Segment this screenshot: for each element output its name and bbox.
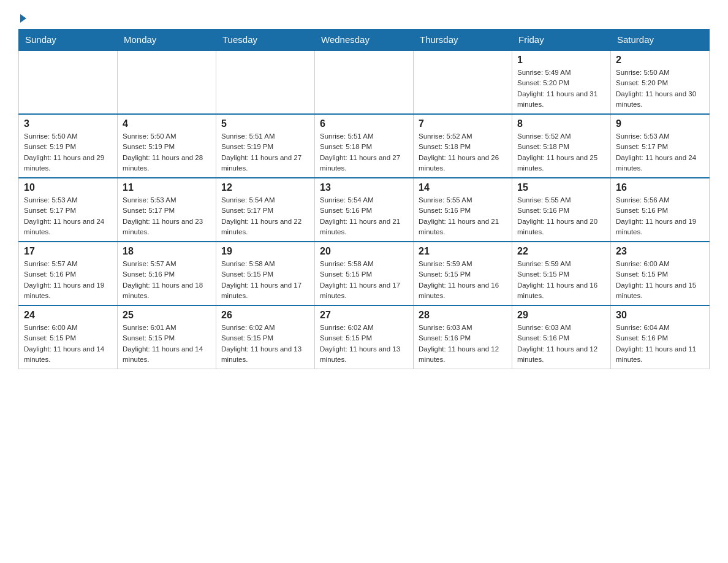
calendar-cell: 29Sunrise: 6:03 AMSunset: 5:16 PMDayligh… — [512, 305, 611, 369]
day-number: 26 — [221, 310, 309, 321]
day-number: 13 — [320, 182, 408, 193]
day-number: 14 — [419, 182, 507, 193]
week-row-1: 3Sunrise: 5:50 AMSunset: 5:19 PMDaylight… — [19, 114, 710, 178]
day-info: Sunrise: 5:50 AMSunset: 5:20 PMDaylight:… — [616, 67, 704, 110]
day-number: 20 — [320, 246, 408, 257]
week-row-3: 17Sunrise: 5:57 AMSunset: 5:16 PMDayligh… — [19, 242, 710, 305]
day-number: 16 — [616, 182, 704, 193]
day-number: 29 — [517, 310, 605, 321]
day-info: Sunrise: 5:59 AMSunset: 5:15 PMDaylight:… — [517, 259, 605, 301]
calendar-cell: 14Sunrise: 5:55 AMSunset: 5:16 PMDayligh… — [414, 178, 512, 242]
day-number: 22 — [517, 246, 605, 257]
calendar-cell: 5Sunrise: 5:51 AMSunset: 5:19 PMDaylight… — [216, 114, 315, 178]
day-number: 7 — [419, 118, 507, 129]
day-number: 8 — [517, 118, 605, 129]
day-info: Sunrise: 6:01 AMSunset: 5:15 PMDaylight:… — [123, 323, 211, 365]
calendar-cell: 17Sunrise: 5:57 AMSunset: 5:16 PMDayligh… — [19, 242, 118, 305]
day-number: 1 — [517, 55, 605, 66]
day-info: Sunrise: 6:04 AMSunset: 5:16 PMDaylight:… — [616, 323, 704, 365]
calendar-cell: 19Sunrise: 5:58 AMSunset: 5:15 PMDayligh… — [216, 242, 315, 305]
day-info: Sunrise: 5:49 AMSunset: 5:20 PMDaylight:… — [517, 67, 605, 110]
calendar-cell: 8Sunrise: 5:52 AMSunset: 5:18 PMDaylight… — [512, 114, 611, 178]
week-row-0: 1Sunrise: 5:49 AMSunset: 5:20 PMDaylight… — [19, 50, 710, 114]
day-number: 19 — [221, 246, 309, 257]
day-info: Sunrise: 6:02 AMSunset: 5:15 PMDaylight:… — [320, 323, 408, 365]
day-number: 21 — [419, 246, 507, 257]
calendar-cell: 24Sunrise: 6:00 AMSunset: 5:15 PMDayligh… — [19, 305, 118, 369]
day-info: Sunrise: 5:57 AMSunset: 5:16 PMDaylight:… — [123, 259, 211, 301]
day-number: 5 — [221, 118, 309, 129]
day-info: Sunrise: 5:52 AMSunset: 5:18 PMDaylight:… — [517, 131, 605, 174]
day-info: Sunrise: 5:54 AMSunset: 5:16 PMDaylight:… — [320, 195, 408, 237]
day-info: Sunrise: 6:00 AMSunset: 5:15 PMDaylight:… — [24, 323, 112, 365]
calendar-cell: 25Sunrise: 6:01 AMSunset: 5:15 PMDayligh… — [118, 305, 216, 369]
day-info: Sunrise: 5:59 AMSunset: 5:15 PMDaylight:… — [419, 259, 507, 301]
day-info: Sunrise: 6:03 AMSunset: 5:16 PMDaylight:… — [419, 323, 507, 365]
day-number: 24 — [24, 310, 112, 321]
day-number: 10 — [24, 182, 112, 193]
week-row-2: 10Sunrise: 5:53 AMSunset: 5:17 PMDayligh… — [19, 178, 710, 242]
calendar-cell: 7Sunrise: 5:52 AMSunset: 5:18 PMDaylight… — [414, 114, 512, 178]
calendar-cell: 2Sunrise: 5:50 AMSunset: 5:20 PMDaylight… — [611, 50, 710, 114]
day-number: 28 — [419, 310, 507, 321]
day-info: Sunrise: 5:53 AMSunset: 5:17 PMDaylight:… — [123, 195, 211, 237]
calendar-cell: 6Sunrise: 5:51 AMSunset: 5:18 PMDaylight… — [315, 114, 414, 178]
calendar-table: SundayMondayTuesdayWednesdayThursdayFrid… — [18, 29, 710, 369]
day-info: Sunrise: 5:58 AMSunset: 5:15 PMDaylight:… — [221, 259, 309, 301]
day-number: 2 — [616, 55, 704, 66]
day-number: 6 — [320, 118, 408, 129]
weekday-header-sunday: Sunday — [19, 29, 118, 51]
calendar-cell: 16Sunrise: 5:56 AMSunset: 5:16 PMDayligh… — [611, 178, 710, 242]
day-info: Sunrise: 5:58 AMSunset: 5:15 PMDaylight:… — [320, 259, 408, 301]
weekday-header-wednesday: Wednesday — [315, 29, 414, 51]
day-number: 11 — [123, 182, 211, 193]
day-number: 4 — [123, 118, 211, 129]
logo-blue-text — [18, 15, 26, 23]
day-info: Sunrise: 5:53 AMSunset: 5:17 PMDaylight:… — [616, 131, 704, 174]
calendar-cell: 26Sunrise: 6:02 AMSunset: 5:15 PMDayligh… — [216, 305, 315, 369]
calendar-cell: 23Sunrise: 6:00 AMSunset: 5:15 PMDayligh… — [611, 242, 710, 305]
calendar-cell — [19, 50, 118, 114]
day-info: Sunrise: 5:51 AMSunset: 5:19 PMDaylight:… — [221, 131, 309, 174]
calendar-cell: 4Sunrise: 5:50 AMSunset: 5:19 PMDaylight… — [118, 114, 216, 178]
calendar-cell: 9Sunrise: 5:53 AMSunset: 5:17 PMDaylight… — [611, 114, 710, 178]
day-number: 17 — [24, 246, 112, 257]
day-info: Sunrise: 6:02 AMSunset: 5:15 PMDaylight:… — [221, 323, 309, 365]
day-info: Sunrise: 5:55 AMSunset: 5:16 PMDaylight:… — [419, 195, 507, 237]
logo-arrow-icon — [20, 14, 26, 23]
weekday-header-thursday: Thursday — [414, 29, 512, 51]
weekday-header-saturday: Saturday — [611, 29, 710, 51]
weekday-header-monday: Monday — [118, 29, 216, 51]
day-info: Sunrise: 5:52 AMSunset: 5:18 PMDaylight:… — [419, 131, 507, 174]
day-info: Sunrise: 5:50 AMSunset: 5:19 PMDaylight:… — [123, 131, 211, 174]
calendar-cell: 12Sunrise: 5:54 AMSunset: 5:17 PMDayligh… — [216, 178, 315, 242]
calendar-cell: 15Sunrise: 5:55 AMSunset: 5:16 PMDayligh… — [512, 178, 611, 242]
calendar-cell: 30Sunrise: 6:04 AMSunset: 5:16 PMDayligh… — [611, 305, 710, 369]
day-number: 30 — [616, 310, 704, 321]
day-info: Sunrise: 5:54 AMSunset: 5:17 PMDaylight:… — [221, 195, 309, 237]
day-number: 12 — [221, 182, 309, 193]
calendar-cell: 18Sunrise: 5:57 AMSunset: 5:16 PMDayligh… — [118, 242, 216, 305]
day-info: Sunrise: 5:53 AMSunset: 5:17 PMDaylight:… — [24, 195, 112, 237]
day-info: Sunrise: 5:50 AMSunset: 5:19 PMDaylight:… — [24, 131, 112, 174]
calendar-cell: 3Sunrise: 5:50 AMSunset: 5:19 PMDaylight… — [19, 114, 118, 178]
calendar-cell: 11Sunrise: 5:53 AMSunset: 5:17 PMDayligh… — [118, 178, 216, 242]
day-info: Sunrise: 5:57 AMSunset: 5:16 PMDaylight:… — [24, 259, 112, 301]
calendar-cell: 27Sunrise: 6:02 AMSunset: 5:15 PMDayligh… — [315, 305, 414, 369]
calendar-cell: 21Sunrise: 5:59 AMSunset: 5:15 PMDayligh… — [414, 242, 512, 305]
weekday-header-friday: Friday — [512, 29, 611, 51]
calendar-cell: 20Sunrise: 5:58 AMSunset: 5:15 PMDayligh… — [315, 242, 414, 305]
calendar-cell: 22Sunrise: 5:59 AMSunset: 5:15 PMDayligh… — [512, 242, 611, 305]
calendar-cell: 28Sunrise: 6:03 AMSunset: 5:16 PMDayligh… — [414, 305, 512, 369]
calendar-cell: 13Sunrise: 5:54 AMSunset: 5:16 PMDayligh… — [315, 178, 414, 242]
calendar-cell — [118, 50, 216, 114]
calendar-cell — [216, 50, 315, 114]
logo — [18, 12, 26, 23]
day-number: 9 — [616, 118, 704, 129]
day-info: Sunrise: 6:03 AMSunset: 5:16 PMDaylight:… — [517, 323, 605, 365]
page-header — [18, 12, 710, 23]
week-row-4: 24Sunrise: 6:00 AMSunset: 5:15 PMDayligh… — [19, 305, 710, 369]
day-number: 18 — [123, 246, 211, 257]
day-info: Sunrise: 5:56 AMSunset: 5:16 PMDaylight:… — [616, 195, 704, 237]
calendar-cell: 1Sunrise: 5:49 AMSunset: 5:20 PMDaylight… — [512, 50, 611, 114]
